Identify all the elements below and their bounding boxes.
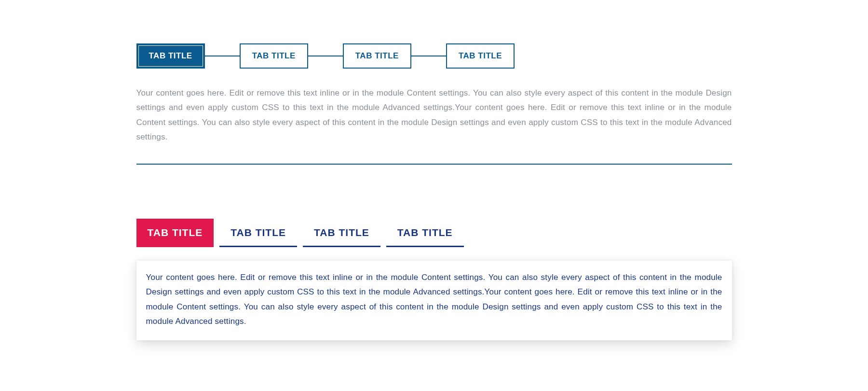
page-container: TAB TITLE TAB TITLE TAB TITLE TAB TITLE … <box>136 43 732 340</box>
section-divider <box>136 164 732 165</box>
tab-connector <box>411 56 446 56</box>
tab-2[interactable]: TAB TITLE <box>219 219 297 247</box>
tab-4[interactable]: TAB TITLE <box>386 219 464 247</box>
tab-row-underline: TAB TITLE TAB TITLE TAB TITLE TAB TITLE <box>136 219 732 247</box>
tab-1[interactable]: TAB TITLE <box>136 219 214 247</box>
tab-3[interactable]: TAB TITLE <box>303 219 380 247</box>
tab-1[interactable]: TAB TITLE <box>136 43 205 69</box>
tab-2[interactable]: TAB TITLE <box>240 43 308 69</box>
tab-content-text-2: Your content goes here. Edit or remove t… <box>146 270 722 329</box>
tab-content-text-1: Your content goes here. Edit or remove t… <box>136 86 732 144</box>
tab-content-panel-2: Your content goes here. Edit or remove t… <box>136 261 732 340</box>
tab-4[interactable]: TAB TITLE <box>446 43 515 69</box>
tab-connector <box>205 56 240 56</box>
tab-3[interactable]: TAB TITLE <box>343 43 411 69</box>
tab-row-boxes: TAB TITLE TAB TITLE TAB TITLE TAB TITLE <box>136 43 732 69</box>
tab-connector <box>308 56 343 56</box>
